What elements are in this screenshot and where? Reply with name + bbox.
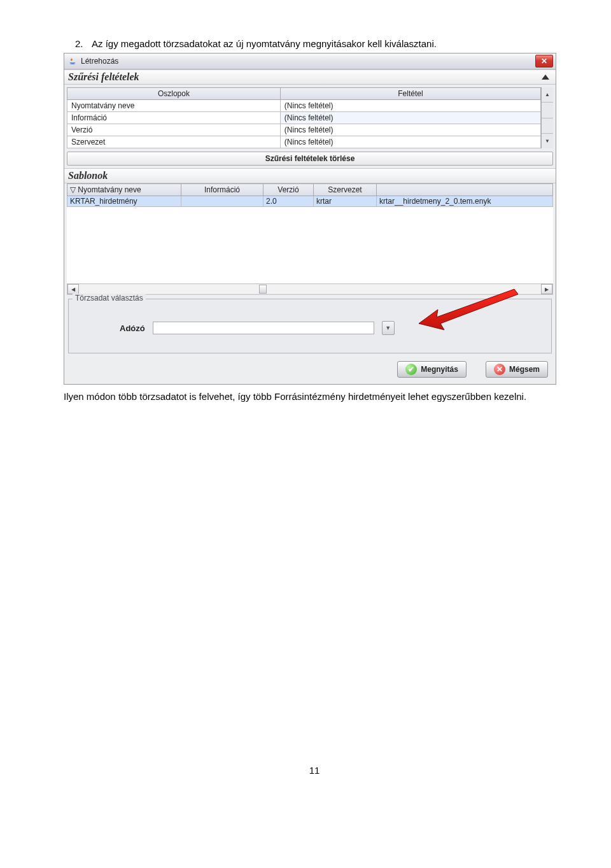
filter-panel: Oszlopok Feltétel Nyomtatvány neve (Ninc… (64, 85, 556, 150)
filter-row[interactable]: Verzió (Nincs feltétel) (67, 124, 541, 136)
scroll-left-icon[interactable]: ◀ (67, 284, 79, 294)
check-icon: ✔ (405, 364, 417, 375)
templates-section-header[interactable]: Sablonok (64, 168, 556, 183)
collapse-icon (542, 75, 549, 80)
close-icon: ✕ (541, 57, 547, 65)
templates-blank (67, 207, 553, 283)
cancel-icon: ✕ (494, 364, 505, 375)
tmpl-cell: krtar__hirdetmeny_2_0.tem.enyk (377, 196, 553, 207)
intro-paragraph: 2. Az így megadott törzsadatokat az új n… (75, 38, 554, 49)
filter-cell: (Nincs feltétel) (280, 136, 540, 148)
svg-marker-0 (419, 289, 518, 330)
filter-cell: (Nincs feltétel) (280, 100, 540, 112)
filter-cell: (Nincs feltétel) (280, 112, 540, 124)
close-button[interactable]: ✕ (535, 55, 553, 68)
filter-section-title: Szűrési feltételek (68, 71, 139, 83)
tmpl-cell (181, 196, 263, 207)
tmpl-h1[interactable]: ▽ Nyomtatvány neve (67, 184, 181, 196)
filter-cell: Verzió (67, 124, 281, 136)
filter-cell: Szervezet (67, 136, 281, 148)
filter-col2: Feltétel (280, 88, 540, 100)
filter-cell: Nyomtatvány neve (67, 100, 281, 112)
adozo-label: Adózó (120, 324, 145, 333)
filter-cell: (Nincs feltétel) (280, 124, 540, 136)
java-icon (68, 57, 77, 66)
templates-section-title: Sablonok (68, 170, 108, 181)
templates-table: ▽ Nyomtatvány neve Információ Verzió Sze… (67, 183, 553, 207)
tmpl-cell: krtar (314, 196, 377, 207)
filter-col1: Oszlopok (67, 88, 281, 100)
open-button[interactable]: ✔ Megnyitás (397, 361, 467, 378)
filter-scroll[interactable]: ▲ ▼ (541, 87, 553, 148)
chevron-down-icon: ▼ (385, 325, 391, 331)
scroll-track[interactable] (542, 118, 553, 134)
clear-filter-button[interactable]: Szűrési feltételek törlése (67, 152, 553, 166)
filter-row[interactable]: Nyomtatvány neve (Nincs feltétel) (67, 100, 541, 112)
page-number: 11 (75, 765, 554, 776)
tmpl-h4[interactable]: Szervezet (314, 184, 377, 196)
filter-table: Oszlopok Feltétel Nyomtatvány neve (Ninc… (67, 87, 541, 148)
open-label: Megnyitás (421, 365, 458, 374)
adozo-dropdown-button[interactable]: ▼ (382, 321, 395, 335)
scroll-down-icon[interactable]: ▼ (542, 134, 553, 148)
master-data-group: Törzsadat választás Adózó ▼ (68, 299, 552, 353)
list-number: 2. (75, 38, 92, 49)
scroll-up-icon[interactable]: ▲ (542, 87, 553, 103)
scroll-track[interactable] (79, 285, 541, 294)
cancel-label: Mégsem (509, 365, 540, 374)
tmpl-h2[interactable]: Információ (181, 184, 263, 196)
document-page: 2. Az így megadott törzsadatokat az új n… (0, 0, 611, 801)
filter-section-header[interactable]: Szűrési feltételek (64, 69, 556, 85)
tmpl-h3[interactable]: Verzió (263, 184, 314, 196)
filter-cell: Információ (67, 112, 281, 124)
title-bar: Létrehozás ✕ (64, 53, 556, 69)
tmpl-h5[interactable] (377, 184, 553, 196)
dialog-footer: ✔ Megnyitás ✕ Mégsem (64, 357, 556, 384)
outro-paragraph: Ilyen módon több törzsadatot is felvehet… (64, 391, 566, 402)
templates-panel: ▽ Nyomtatvány neve Információ Verzió Sze… (64, 183, 556, 283)
cancel-button[interactable]: ✕ Mégsem (486, 361, 548, 378)
filter-row[interactable]: Információ (Nincs feltétel) (67, 112, 541, 124)
scroll-track[interactable] (542, 103, 553, 118)
scroll-right-icon[interactable]: ▶ (541, 284, 552, 294)
intro-text: Az így megadott törzsadatokat az új nyom… (92, 38, 437, 49)
adozo-input[interactable] (153, 322, 374, 334)
templates-header: ▽ Nyomtatvány neve Információ Verzió Sze… (67, 184, 553, 196)
dialog-window: Létrehozás ✕ Szűrési feltételek Oszlopok… (64, 53, 556, 385)
scroll-thumb[interactable] (259, 285, 267, 294)
filter-header: Oszlopok Feltétel (67, 88, 541, 100)
window-title: Létrehozás (81, 57, 118, 66)
tmpl-cell: KRTAR_hirdetmény (67, 196, 181, 207)
filter-row[interactable]: Szervezet (Nincs feltétel) (67, 136, 541, 148)
tmpl-cell: 2.0 (263, 196, 314, 207)
template-row[interactable]: KRTAR_hirdetmény 2.0 krtar krtar__hirdet… (67, 196, 553, 207)
